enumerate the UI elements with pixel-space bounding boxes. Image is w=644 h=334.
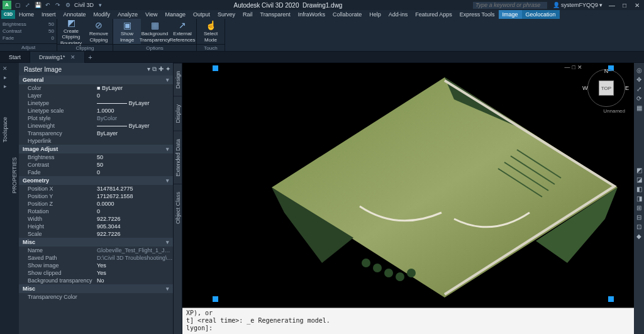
image-selection-frame[interactable] <box>215 68 611 299</box>
grip-top-left[interactable] <box>213 65 218 71</box>
qat-open-icon[interactable]: ⤢ <box>24 1 31 9</box>
tool-1-icon[interactable]: ◩ <box>636 167 642 174</box>
full-nav-wheel-icon[interactable]: ◎ <box>636 67 642 74</box>
viewcube-top[interactable]: TOP <box>599 81 614 96</box>
v-posy[interactable]: 1712672.1558 <box>97 193 173 199</box>
user-menu[interactable]: 👤 systemFYQQ9 ▾ <box>553 2 602 8</box>
maximize-button[interactable]: □ <box>620 2 629 9</box>
quick-select-icon[interactable]: ⧉ <box>152 65 157 73</box>
background-transparency-button[interactable]: ▦BackgroundTransparency <box>141 19 169 44</box>
tool-8-icon[interactable]: ◆ <box>636 233 641 240</box>
v-layer[interactable]: 0 <box>97 92 173 99</box>
viewcube-n[interactable]: N <box>604 68 609 74</box>
side-tab-design[interactable]: Design <box>174 63 182 96</box>
show-image-button[interactable]: ▣ShowImage <box>113 19 141 44</box>
toggle-pickadd-icon[interactable]: ✦ <box>165 65 170 73</box>
v-show-clipped[interactable]: Yes <box>97 270 173 276</box>
grip-bottom-right[interactable] <box>608 296 614 302</box>
properties-label[interactable]: PROPERTIES <box>11 157 18 194</box>
v-lineweight[interactable]: ByLayer <box>97 123 173 129</box>
qat-undo-icon[interactable]: ↶ <box>44 1 52 9</box>
qat-dropdown-icon[interactable]: ▾ <box>96 1 104 9</box>
view-cube[interactable]: TOP N E W <box>587 69 625 107</box>
cat-misc2[interactable]: Misc▾ <box>19 284 173 293</box>
side-tab-object-class[interactable]: Object Class <box>174 184 182 231</box>
v-ltscale[interactable]: 1.0000 <box>97 108 173 114</box>
minimize-button[interactable]: — <box>608 2 616 9</box>
tab-home[interactable]: Home <box>15 10 38 19</box>
cat-geometry[interactable]: Geometry▾ <box>19 176 173 185</box>
c3d-logo[interactable]: C3D <box>1 10 15 19</box>
v-transparency[interactable]: ByLayer <box>97 130 173 136</box>
v-fade[interactable]: 0 <box>97 169 173 175</box>
tab-view[interactable]: View <box>142 10 161 19</box>
showmotion-icon[interactable]: ▦ <box>636 104 642 111</box>
v-height[interactable]: 905.3044 <box>97 223 173 230</box>
v-contrast[interactable]: 50 <box>97 162 173 168</box>
properties-body[interactable]: General▾ Color■ ByLayer Layer0 Linetype … <box>19 75 173 334</box>
command-line[interactable]: XP), or t] <real time>: _e Regenerating … <box>182 308 634 334</box>
tab-help[interactable]: Help <box>365 10 385 19</box>
viewcube-e[interactable]: E <box>625 85 629 91</box>
app-icon[interactable]: A <box>3 1 11 9</box>
brightness-value[interactable]: 50 <box>48 21 54 28</box>
external-references-button[interactable]: ↗ExternalReferences <box>169 19 196 44</box>
start-tab[interactable]: Start <box>0 52 30 63</box>
tab-featured-apps[interactable]: Featured Apps <box>411 10 456 19</box>
remove-clipping-button[interactable]: ⊘RemoveClipping <box>85 19 113 44</box>
toolspace-label[interactable]: Toolspace <box>2 117 8 143</box>
qat-workspace-label[interactable]: Civil 3D <box>74 1 94 9</box>
tool-3-icon[interactable]: ◧ <box>636 186 642 192</box>
v-posz[interactable]: 0.0000 <box>97 201 173 207</box>
side-tab-display[interactable]: Display <box>174 96 182 131</box>
qat-redo-icon[interactable]: ↷ <box>54 1 62 9</box>
v-rotation[interactable]: 0 <box>97 208 173 214</box>
tab-manage[interactable]: Manage <box>161 10 189 19</box>
tool-4-icon[interactable]: ◨ <box>636 195 642 202</box>
zoom-extents-icon[interactable]: ⤢ <box>636 86 641 92</box>
raster-image[interactable] <box>265 74 624 301</box>
help-search-input[interactable] <box>472 1 548 9</box>
qat-workspace-icon[interactable]: ⚙ <box>64 1 72 9</box>
v-color[interactable]: ■ ByLayer <box>97 85 173 91</box>
contrast-value[interactable]: 50 <box>48 28 54 35</box>
tab-modify[interactable]: Modify <box>90 10 114 19</box>
chevron-down-icon[interactable]: ▾ <box>147 65 150 73</box>
v-brightness[interactable]: 50 <box>97 154 173 160</box>
tab-rail[interactable]: Rail <box>239 10 257 19</box>
tool-7-icon[interactable]: ⊡ <box>636 223 641 230</box>
pan-icon[interactable]: ✥ <box>636 76 641 83</box>
v-show-image[interactable]: Yes <box>97 262 173 269</box>
tab-infraworks[interactable]: InfraWorks <box>294 10 329 19</box>
v-transparency-color[interactable] <box>97 294 173 300</box>
palette-pin-icon[interactable]: ▸ <box>4 74 7 81</box>
palette-menu-icon[interactable]: ▸ <box>4 83 7 89</box>
close-icon[interactable]: ✕ <box>70 54 75 60</box>
tab-geolocation[interactable]: Geolocation <box>522 10 560 19</box>
cat-image-adjust[interactable]: Image Adjust▾ <box>19 145 173 153</box>
tab-collaborate[interactable]: Collaborate <box>329 10 365 19</box>
select-mode-button[interactable]: ☝SelectMode <box>197 19 225 44</box>
tab-image[interactable]: Image <box>499 10 522 19</box>
v-hyperlink[interactable] <box>97 138 173 144</box>
viewcube-w[interactable]: W <box>582 85 588 91</box>
fade-value[interactable]: 0 <box>52 35 54 42</box>
tool-5-icon[interactable]: ⊞ <box>636 204 641 211</box>
v-bg-transparency[interactable]: No <box>97 277 173 284</box>
tab-analyze[interactable]: Analyze <box>114 10 142 19</box>
tab-transparent[interactable]: Transparent <box>257 10 294 19</box>
tool-2-icon[interactable]: ◪ <box>636 176 642 183</box>
close-button[interactable]: ✕ <box>633 2 641 9</box>
side-tab-extended-data[interactable]: Extended Data <box>174 131 182 184</box>
v-posx[interactable]: 3147814.2775 <box>97 186 173 192</box>
tab-addins[interactable]: Add-ins <box>385 10 412 19</box>
cat-general[interactable]: General▾ <box>19 75 173 84</box>
tab-express-tools[interactable]: Express Tools <box>456 10 499 19</box>
tool-6-icon[interactable]: ⊟ <box>636 214 641 221</box>
v-width[interactable]: 922.7226 <box>97 216 173 222</box>
tab-insert[interactable]: Insert <box>38 10 60 19</box>
tab-output[interactable]: Output <box>189 10 214 19</box>
qat-new-icon[interactable]: ▢ <box>14 1 21 9</box>
v-linetype[interactable]: ByLayer <box>97 100 173 106</box>
orbit-icon[interactable]: ⟳ <box>636 95 641 102</box>
